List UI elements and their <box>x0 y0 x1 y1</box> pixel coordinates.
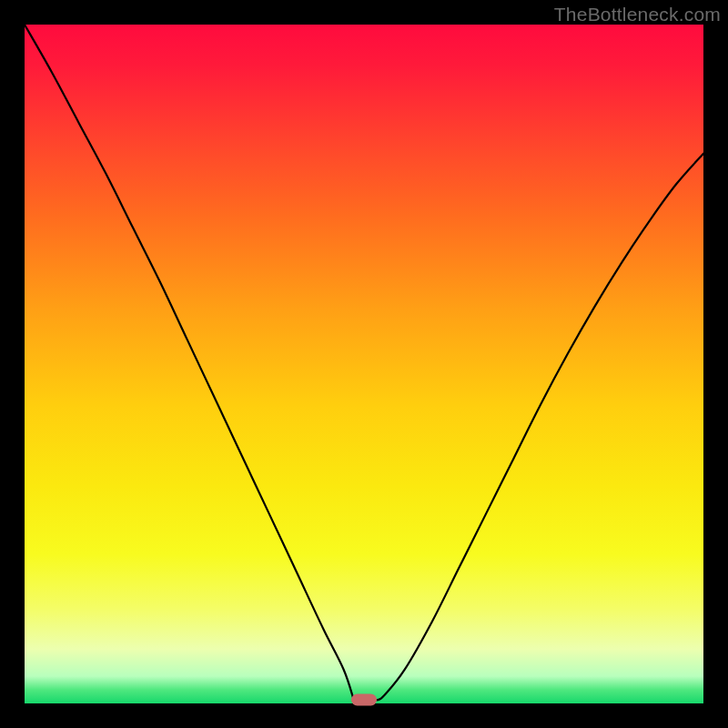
optimum-marker <box>351 694 377 706</box>
bottleneck-curve <box>25 25 703 703</box>
chart-frame: TheBottleneck.com <box>0 0 728 728</box>
watermark-text: TheBottleneck.com <box>554 4 721 25</box>
plot-area <box>25 25 703 703</box>
curve-path <box>25 25 703 700</box>
